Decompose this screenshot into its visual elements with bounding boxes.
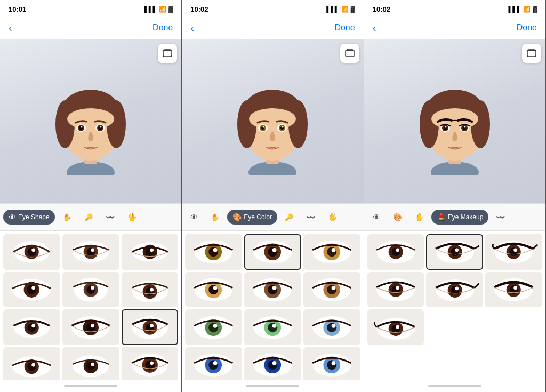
tab-bar-1: 👁 Eye Shape ✋ 🔑 〰️ 🖐 (0, 203, 181, 231)
svg-point-169 (396, 249, 399, 252)
tab-hand-2[interactable]: ✋ (205, 210, 225, 225)
eye-color-cell-7[interactable] (244, 309, 301, 345)
eye-tab-icon-3: 👁 (373, 213, 380, 221)
eye-makeup-cell-0[interactable] (367, 234, 424, 270)
snapshot-button-2[interactable] (340, 44, 359, 63)
tab-wave-2[interactable]: 〰️ (301, 210, 320, 225)
done-button-1[interactable]: Done (152, 23, 173, 33)
tab-eye-3[interactable]: 👁 (367, 210, 386, 225)
eye-shape-cell-7[interactable] (62, 309, 119, 345)
svg-point-59 (31, 363, 35, 367)
svg-point-130 (272, 323, 277, 327)
svg-point-126 (213, 323, 218, 327)
svg-point-55 (150, 324, 154, 327)
svg-point-145 (327, 361, 336, 370)
eye-color-tab-icon: 🎨 (232, 213, 242, 221)
tab-hand-3[interactable]: ✋ (410, 210, 429, 225)
tab-eye-shape-label: Eye Shape (18, 213, 50, 221)
svg-point-43 (150, 288, 154, 292)
eye-shape-cell-6[interactable] (3, 309, 60, 345)
snapshot-button-1[interactable] (158, 44, 177, 63)
tab-link-2[interactable]: 🔑 (279, 210, 299, 225)
svg-point-106 (272, 248, 277, 252)
svg-point-47 (31, 324, 35, 327)
wave-tab-icon-2: 〰️ (306, 213, 315, 221)
eye-shape-cell-2[interactable] (122, 234, 179, 270)
wave-tab-icon-1: 〰️ (106, 213, 115, 221)
eye-shape-cell-1[interactable] (62, 234, 119, 270)
eye-makeup-cell-4[interactable] (426, 272, 483, 308)
screen-eye-color: 10:02 ▌▌▌ 📶 ▓ ‹ Done (182, 0, 364, 392)
tab-color-3[interactable]: 🎨 (388, 210, 407, 225)
svg-point-195 (396, 325, 399, 329)
svg-point-67 (150, 362, 154, 365)
svg-point-23 (31, 249, 35, 252)
eye-makeup-cell-5[interactable] (485, 272, 542, 308)
eye-grid-area-3 (364, 231, 545, 380)
tab-eye-color[interactable]: 🎨 Eye Color (227, 210, 277, 225)
eye-shape-cell-10[interactable] (62, 347, 119, 380)
tab-eye-makeup[interactable]: 💄 Eye Makeup (431, 210, 489, 225)
svg-point-183 (396, 286, 399, 290)
tab-wave-1[interactable]: 〰️ (100, 210, 120, 225)
palm-tab-icon-2: 🖐 (328, 213, 337, 221)
done-button-3[interactable]: Done (517, 23, 537, 33)
eye-makeup-cell-2[interactable] (485, 234, 542, 270)
signal-icon-3: ▌▌▌ (509, 6, 521, 12)
svg-point-146 (332, 361, 336, 365)
eye-makeup-cell-1[interactable] (426, 234, 483, 270)
signal-icon-1: ▌▌▌ (144, 6, 157, 12)
eye-color-cell-11[interactable] (303, 347, 360, 380)
tab-eye-shape[interactable]: 👁 Eye Shape (3, 210, 55, 225)
tab-palm-2[interactable]: 🖐 (323, 210, 342, 225)
nav-bar-3: ‹ Done (364, 16, 545, 39)
status-time-1: 10:01 (9, 5, 26, 13)
tab-link-1[interactable]: 🔑 (79, 210, 98, 225)
eye-shape-cell-11[interactable] (122, 347, 179, 380)
home-bar-1 (64, 385, 117, 387)
tab-eye-2[interactable]: 👁 (185, 210, 203, 225)
eye-shape-cell-0[interactable] (3, 234, 60, 270)
eye-color-grid (185, 234, 360, 380)
svg-point-35 (31, 286, 35, 290)
svg-point-101 (209, 247, 219, 257)
svg-point-134 (332, 323, 336, 327)
eye-color-cell-10[interactable] (244, 347, 301, 380)
eye-color-cell-3[interactable] (185, 272, 242, 308)
back-button-2[interactable]: ‹ (190, 22, 194, 34)
wifi-icon-3: 📶 (523, 6, 531, 13)
eye-color-cell-0[interactable] (185, 234, 242, 270)
eye-color-cell-9[interactable] (185, 347, 242, 380)
status-bar-2: 10:02 ▌▌▌ 📶 ▓ (182, 0, 363, 16)
eye-shape-cell-5[interactable] (122, 272, 179, 308)
eye-shape-cell-3[interactable] (3, 272, 60, 308)
eye-shape-cell-4[interactable] (62, 272, 119, 308)
eye-makeup-cell-6[interactable] (367, 309, 424, 345)
link-tab-icon-1: 🔑 (84, 213, 93, 221)
hand-tab-icon-2: ✋ (211, 213, 220, 221)
eye-color-cell-2[interactable] (303, 234, 360, 270)
svg-point-109 (327, 247, 336, 257)
snapshot-button-3[interactable] (522, 44, 541, 63)
svg-point-90 (249, 108, 296, 130)
tab-palm-1[interactable]: 🖐 (122, 210, 142, 225)
done-button-2[interactable]: Done (334, 23, 355, 33)
eye-color-cell-5[interactable] (303, 272, 360, 308)
tab-wave-3[interactable]: 〰️ (491, 210, 510, 225)
home-indicator-2 (182, 380, 363, 392)
eye-shape-cell-9[interactable] (3, 347, 60, 380)
back-button-3[interactable]: ‹ (373, 22, 376, 34)
eye-makeup-cell-3[interactable] (367, 272, 424, 308)
eye-shape-cell-8[interactable] (122, 309, 179, 345)
eye-color-cell-6[interactable] (185, 309, 242, 345)
eye-color-cell-4[interactable] (244, 272, 301, 308)
tab-bar-3: 👁 🎨 ✋ 💄 Eye Makeup 〰️ (364, 203, 545, 231)
svg-point-50 (86, 323, 95, 332)
eye-color-cell-1[interactable] (244, 234, 301, 270)
back-button-1[interactable]: ‹ (9, 22, 12, 34)
tab-hand-1[interactable]: ✋ (57, 210, 77, 225)
eye-grid-area-2 (182, 231, 363, 380)
svg-point-18 (100, 126, 102, 127)
svg-point-141 (268, 361, 277, 370)
eye-color-cell-8[interactable] (303, 309, 360, 345)
